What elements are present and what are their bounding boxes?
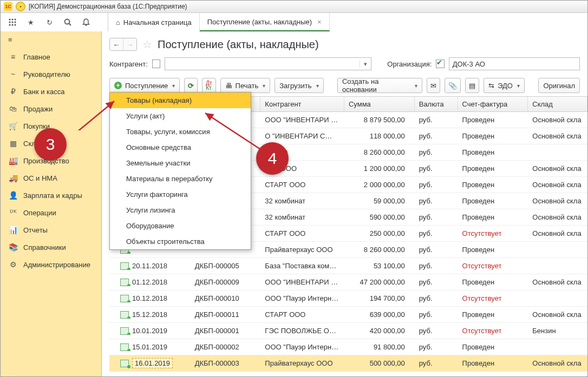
cell-counterparty: СТАРТ ООО bbox=[260, 229, 344, 237]
attach-button[interactable]: 📎 bbox=[445, 78, 461, 93]
tab-home[interactable]: ⌂ Начальная страница bbox=[108, 13, 200, 31]
cell-counterparty: СТАРТ ООО bbox=[260, 181, 344, 189]
exchange-icon: ⇆ bbox=[488, 82, 494, 90]
table-row[interactable]: 15.12.2018ДКБП-000011СТАРТ ООО639 000,00… bbox=[109, 307, 587, 323]
menu-toggle-icon[interactable]: ≡ bbox=[1, 31, 101, 48]
app-logo-icon: 1C bbox=[4, 2, 12, 11]
load-button[interactable]: Загрузить ▾ bbox=[275, 78, 323, 93]
col-counterparty[interactable]: Контрагент bbox=[260, 97, 344, 111]
dropdown-item-5[interactable]: Материалы в переработку bbox=[110, 171, 251, 187]
favorite-icon[interactable]: ★ bbox=[25, 17, 36, 28]
callout-3: 3 bbox=[34, 128, 67, 161]
cell-counterparty: Прайватерхаус ООО bbox=[260, 359, 344, 367]
sidebar-item-8[interactable]: 👤Зарплата и кадры bbox=[1, 187, 101, 204]
list-icon: ▤ bbox=[469, 82, 475, 90]
register-button[interactable]: ▤ bbox=[465, 78, 479, 93]
nav-forward-button[interactable]: → bbox=[123, 38, 136, 50]
cell-warehouse: Основной скла bbox=[528, 116, 587, 124]
dtkt-button[interactable]: ДтКт bbox=[202, 78, 215, 93]
receipt-create-button[interactable]: + Поступление ▾ bbox=[109, 78, 180, 93]
sidebar-item-11[interactable]: 📚Справочники bbox=[1, 239, 101, 256]
doc-icon bbox=[120, 360, 129, 367]
cell-sum: 1 200 000,00 bbox=[344, 164, 415, 173]
cell-sum: 8 260 000,00 bbox=[344, 246, 415, 254]
dropdown-item-7[interactable]: Услуги лизинга bbox=[110, 202, 251, 218]
organization-combo[interactable]: ДОК-3 АО bbox=[449, 57, 580, 70]
edo-button[interactable]: ⇆ ЭДО ▾ bbox=[484, 78, 525, 93]
col-sum[interactable]: Сумма bbox=[344, 97, 415, 111]
cell-invoice: Проведен bbox=[458, 164, 528, 173]
list-toolbar: + Поступление ▾ ⟳ ДтКт 🖶 Печать ▾ Загруз… bbox=[102, 76, 587, 96]
cell-sum: 590 000,00 bbox=[344, 213, 415, 221]
sidebar-item-0[interactable]: ≡Главное bbox=[1, 48, 101, 65]
nav-icon: 📚 bbox=[8, 243, 18, 252]
nav-icon: 🛒 bbox=[8, 122, 18, 130]
sidebar: ≡ ≡Главное~Руководителю₽Банк и касса🛍Про… bbox=[1, 31, 102, 376]
cell-currency: руб. bbox=[415, 197, 458, 205]
table-row[interactable]: 15.01.2019ДКБП-000002ООО "Пауэр Интернэ…… bbox=[109, 339, 587, 355]
table-row[interactable]: 16.01.2019ДКБП-000003Прайватерхаус ООО50… bbox=[109, 355, 587, 372]
counterparty-checkbox[interactable] bbox=[152, 59, 160, 68]
cell-invoice: Проведен bbox=[458, 181, 528, 189]
col-warehouse[interactable]: Склад bbox=[528, 97, 587, 111]
table-row[interactable]: 20.11.2018ДКБП-000005База "Поставка комп… bbox=[109, 258, 587, 274]
svg-point-8 bbox=[14, 24, 16, 25]
close-icon[interactable]: × bbox=[317, 18, 322, 26]
print-button[interactable]: 🖶 Печать ▾ bbox=[220, 78, 271, 93]
cell-sum: 47 200 000,00 bbox=[344, 278, 415, 286]
organization-checkbox[interactable] bbox=[436, 59, 444, 68]
cell-sum: 420 000,00 bbox=[344, 327, 415, 335]
dropdown-item-2[interactable]: Товары, услуги, комиссия bbox=[110, 124, 251, 140]
cell-invoice: Проведен bbox=[458, 197, 528, 205]
table-row[interactable]: 01.12.2018ДКБП-000009ООО "ИНВЕНТАРИ С…47… bbox=[109, 274, 587, 290]
table-row[interactable]: 10.01.2019ДКБП-000001ГЭС ПОВОЛЖЬЕ ООО420… bbox=[109, 323, 587, 339]
cell-currency: руб. bbox=[415, 327, 458, 335]
envelope-button[interactable]: ✉ bbox=[427, 78, 440, 93]
refresh-button[interactable]: ⟳ bbox=[184, 78, 198, 93]
counterparty-combo[interactable]: ▾ bbox=[165, 57, 371, 70]
original-label: Оригинал bbox=[543, 82, 575, 90]
table-row[interactable]: 10.12.2018ДКБП-000010ООО "Пауэр Интернэ…… bbox=[109, 290, 587, 307]
search-icon[interactable] bbox=[62, 17, 73, 28]
favorite-star-icon[interactable]: ☆ bbox=[142, 38, 152, 51]
cell-invoice: Проведен bbox=[458, 213, 528, 221]
bell-icon[interactable] bbox=[81, 17, 92, 28]
nav-label: Операции bbox=[23, 209, 56, 217]
sidebar-item-2[interactable]: ₽Банк и касса bbox=[1, 83, 101, 100]
cell-sum: 2 000 000,00 bbox=[344, 181, 415, 189]
col-currency[interactable]: Валюта bbox=[415, 97, 458, 111]
envelope-icon: ✉ bbox=[430, 82, 436, 90]
cell-warehouse: Основной скла bbox=[528, 197, 587, 205]
dropdown-item-3[interactable]: Основные средства bbox=[110, 140, 251, 155]
cell-sum: 639 000,00 bbox=[344, 310, 415, 319]
sidebar-item-3[interactable]: 🛍Продажи bbox=[1, 100, 101, 117]
col-invoice[interactable]: Счет-фактура bbox=[458, 97, 528, 111]
doc-icon bbox=[120, 327, 129, 335]
cell-number: ДКБП-000001 bbox=[191, 327, 261, 335]
history-icon[interactable]: ↻ bbox=[44, 17, 55, 28]
refresh-icon: ⟳ bbox=[188, 82, 194, 90]
dropdown-item-1[interactable]: Услуги (акт) bbox=[110, 108, 251, 124]
sidebar-item-7[interactable]: 🚚ОС и НМА bbox=[1, 169, 101, 187]
dropdown-item-9[interactable]: Объекты строительства bbox=[110, 234, 251, 249]
cell-warehouse: Основной скла bbox=[528, 278, 587, 286]
dropdown-item-8[interactable]: Оборудование bbox=[110, 218, 251, 234]
cell-counterparty: База "Поставка компл… bbox=[260, 262, 344, 270]
original-button[interactable]: Оригинал bbox=[538, 78, 580, 93]
titlebar-dropdown-icon[interactable]: ▾ bbox=[16, 2, 25, 11]
dropdown-item-6[interactable]: Услуги факторинга bbox=[110, 187, 251, 202]
create-based-button[interactable]: Создать на основании ▾ bbox=[337, 78, 422, 93]
nav-back-button[interactable]: ← bbox=[110, 38, 123, 50]
dropdown-item-4[interactable]: Земельные участки bbox=[110, 155, 251, 171]
cell-invoice: Проведен bbox=[458, 359, 528, 367]
receipt-create-label: Поступление bbox=[125, 82, 168, 90]
sidebar-item-1[interactable]: ~Руководителю bbox=[1, 65, 101, 83]
tab-receipts[interactable]: Поступление (акты, накладные) × bbox=[200, 13, 330, 31]
sidebar-item-12[interactable]: ⚙Администрирование bbox=[1, 256, 101, 273]
apps-icon[interactable] bbox=[7, 17, 18, 28]
dropdown-item-0[interactable]: Товары (накладная) bbox=[110, 92, 251, 108]
cell-counterparty: ООО "ИНВЕНТАРИ С… bbox=[260, 278, 344, 286]
sidebar-item-10[interactable]: 📊Отчеты bbox=[1, 221, 101, 239]
sidebar-item-9[interactable]: ᴰᴷОперации bbox=[1, 204, 101, 221]
cell-counterparty: О "ИНВЕНТАРИ С… bbox=[260, 132, 344, 140]
